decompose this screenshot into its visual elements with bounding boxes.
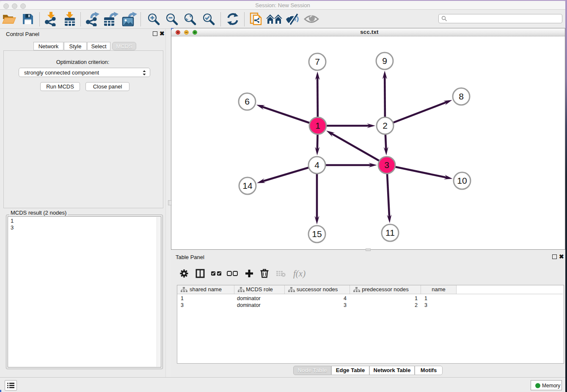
svg-text:7: 7	[315, 57, 320, 66]
svg-text:8: 8	[459, 91, 464, 101]
svg-text:10: 10	[457, 176, 467, 185]
svg-text:6: 6	[245, 97, 250, 106]
svg-text:14: 14	[242, 181, 253, 190]
svg-text:9: 9	[382, 56, 387, 66]
svg-text:11: 11	[385, 228, 395, 237]
svg-text:2: 2	[383, 121, 388, 130]
svg-text:4: 4	[314, 160, 319, 170]
svg-text:1: 1	[315, 121, 320, 130]
svg-text:3: 3	[384, 160, 389, 170]
svg-text:15: 15	[312, 229, 322, 239]
svg-text:f(x): f(x)	[293, 268, 306, 279]
